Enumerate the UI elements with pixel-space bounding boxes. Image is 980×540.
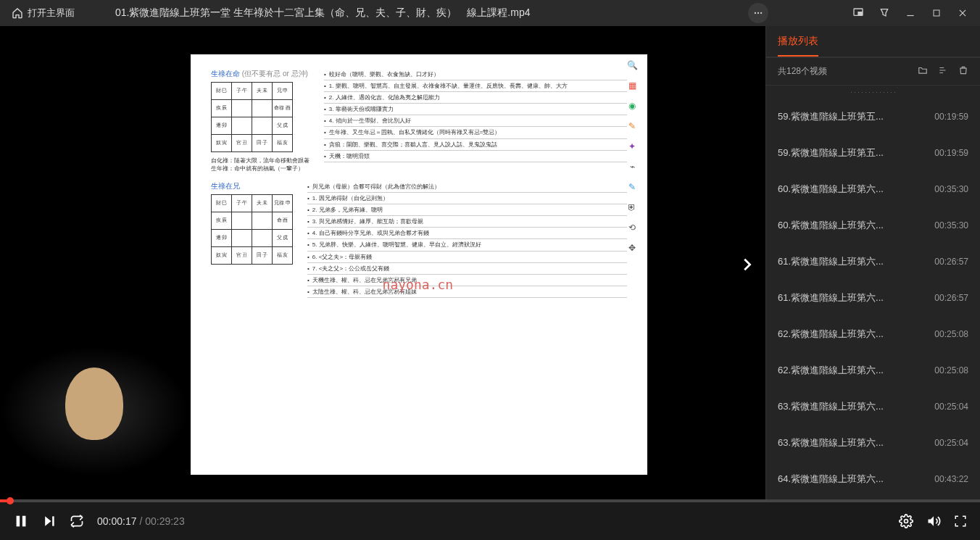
fullscreen-icon <box>954 515 967 528</box>
minimize-button[interactable] <box>899 3 922 23</box>
home-icon <box>12 7 23 19</box>
playlist-item-name: 59.紫微進階線上班第五... <box>778 146 884 159</box>
playlist-item-name: 60.紫微進階線上班第六... <box>778 219 884 232</box>
loop-icon <box>70 514 84 528</box>
playlist-subheader: 共128个视频 <box>766 58 980 86</box>
zoom-icon[interactable]: 🔍 <box>626 60 639 73</box>
slide-content: 生祿在命 (但不要有忌 or 忌沖) 財 巳子 午夫 未兄 申疾 辰命祿 酉遷 … <box>191 54 647 475</box>
playlist-item-duration: 00:26:57 <box>934 293 968 303</box>
svg-point-2 <box>760 12 762 14</box>
svg-rect-6 <box>934 10 939 16</box>
fullscreen-button[interactable] <box>954 515 967 528</box>
playlist-item[interactable]: 64.紫微進階線上班第六...00:43:22 <box>766 461 980 497</box>
svg-point-1 <box>757 12 759 14</box>
playlist-item[interactable]: 62.紫微進階線上班第六...00:25:08 <box>766 352 980 389</box>
pause-icon <box>13 513 29 529</box>
playlist-item[interactable]: 62.紫微進階線上班第六...00:25:08 <box>766 316 980 352</box>
playlist-item-name: 62.紫微進階線上班第六... <box>778 328 884 341</box>
playlist-item-name: 64.紫微進階線上班第六... <box>778 473 884 486</box>
notes-list-1: 較好命（聰明、樂觀、衣食無缺、口才好）1. 樂觀、聰明、智慧高、自主發展、衣祿食… <box>324 69 627 173</box>
ontop-button[interactable] <box>873 3 896 23</box>
playlist-item-duration: 00:25:08 <box>934 365 968 375</box>
tool-icon[interactable]: ⛨ <box>626 202 639 215</box>
svg-marker-14 <box>929 516 934 526</box>
next-track-button[interactable] <box>42 514 57 528</box>
tool-icon[interactable]: ◉ <box>626 101 639 114</box>
volume-button[interactable] <box>926 514 941 528</box>
playlist-item-duration: 00:25:04 <box>934 438 968 448</box>
playlist-item-duration: 00:43:22 <box>934 474 968 484</box>
playlist-item[interactable]: 61.紫微進階線上班第六...00:26:57 <box>766 280 980 316</box>
mini-mode-button[interactable] <box>847 3 870 23</box>
chart-table-1: 財 巳子 午夫 未兄 申疾 辰命祿 酉遷 卯父 戌奴 寅官 丑田 子福 亥 <box>211 82 293 152</box>
playlist-item-name: 60.紫微進階線上班第六... <box>778 183 884 196</box>
tool-icon[interactable]: ✦ <box>626 141 639 154</box>
pause-button[interactable] <box>13 513 29 529</box>
svg-rect-10 <box>22 516 26 527</box>
current-time: 00:00:17 <box>97 515 137 527</box>
maximize-button[interactable] <box>925 3 948 23</box>
playlist-item-name: 61.紫微進階線上班第六... <box>778 291 884 304</box>
playlist-item-duration: 00:35:30 <box>934 184 968 194</box>
svg-point-0 <box>755 12 756 14</box>
loop-button[interactable] <box>70 514 84 528</box>
tool-icon[interactable]: ✥ <box>626 243 639 256</box>
tool-icon[interactable]: ✎ <box>626 182 639 195</box>
settings-button[interactable] <box>899 514 913 528</box>
tool-icon[interactable]: ✎ <box>626 121 639 134</box>
playlist-item-duration: 00:19:59 <box>934 112 968 122</box>
maximize-icon <box>932 9 941 17</box>
tool-icon[interactable]: ⌁ <box>626 162 639 175</box>
playlist-header: 播放列表 <box>766 26 980 58</box>
total-time: 00:29:23 <box>145 515 185 527</box>
playlist-tab[interactable]: 播放列表 <box>778 35 818 57</box>
playlist-item-name: 61.紫微進階線上班第六... <box>778 255 884 268</box>
window-actions <box>847 3 974 23</box>
mini-icon <box>852 7 864 19</box>
notes-list-2: 與兄弟（母親）合夥可得財（此為借宮位的解法）1. 因兄弟得財（自化忌則無）2. … <box>307 181 627 299</box>
window-title: 01.紫微進階線上班第一堂 生年祿於十二宮上集（命、兄、夫、子、財、疾） 線上課… <box>86 7 742 20</box>
playlist-item-duration: 00:19:59 <box>934 148 968 158</box>
playlist-item-duration: 00:25:04 <box>934 402 968 412</box>
playlist-item[interactable]: 63.紫微進階線上班第六...00:25:04 <box>766 425 980 461</box>
volume-icon <box>926 514 941 528</box>
playlist-item[interactable]: 60.紫微進階線上班第六...00:35:30 <box>766 207 980 244</box>
playlist-items[interactable]: · · · · · · · · · · · · ·59.紫微進階線上班第五...… <box>766 86 980 502</box>
playlist-item-name: 63.紫微進階線上班第六... <box>778 400 884 413</box>
trash-icon[interactable] <box>958 65 968 78</box>
minimize-icon <box>905 8 915 18</box>
playlist-item[interactable]: 61.紫微進階線上班第六...00:26:57 <box>766 244 980 280</box>
main: 生祿在命 (但不要有忌 or 忌沖) 財 巳子 午夫 未兄 申疾 辰命祿 酉遷 … <box>0 26 980 502</box>
home-button[interactable]: 打开主界面 <box>6 4 80 22</box>
playlist-item-duration: 00:25:08 <box>934 329 968 339</box>
folder-icon[interactable] <box>918 65 928 78</box>
chart-table-2: 財 巳子 午夫 未兄祿 申疾 辰命 酉遷 卯父 戌奴 寅官 丑田 子福 亥 <box>211 194 293 265</box>
sort-icon[interactable] <box>938 65 948 78</box>
close-icon <box>958 8 968 18</box>
playlist-item-name: 63.紫微進階線上班第六... <box>778 436 884 449</box>
close-button[interactable] <box>951 3 974 23</box>
playlist-item[interactable]: 59.紫微進階線上班第五...00:19:59 <box>766 99 980 135</box>
more-button[interactable] <box>748 3 768 23</box>
svg-rect-9 <box>17 516 20 527</box>
playlist-item-name: 59.紫微進階線上班第五... <box>778 110 884 123</box>
time-display: 00:00:17 / 00:29:23 <box>97 515 185 527</box>
playlist-item[interactable]: 59.紫微進階線上班第五...00:19:59 <box>766 135 980 171</box>
playlist-item[interactable]: 63.紫微進階線上班第六...00:25:04 <box>766 389 980 425</box>
chevron-right-icon <box>739 257 755 273</box>
progress-bar[interactable] <box>0 499 980 502</box>
tool-icon[interactable]: ▦ <box>626 80 639 94</box>
tool-icon[interactable]: ⟲ <box>626 223 639 236</box>
svg-rect-12 <box>52 516 54 526</box>
playlist-item[interactable]: 60.紫微進階線上班第六...00:35:30 <box>766 171 980 207</box>
playlist-item-duration: 00:26:57 <box>934 257 968 267</box>
video-area[interactable]: 生祿在命 (但不要有忌 or 忌沖) 財 巳子 午夫 未兄 申疾 辰命祿 酉遷 … <box>0 26 765 502</box>
pin-icon <box>879 7 890 19</box>
playlist-item-name: 62.紫微進階線上班第六... <box>778 364 884 377</box>
next-button[interactable] <box>734 252 760 278</box>
svg-marker-11 <box>45 516 51 526</box>
playlist-count: 共128个视频 <box>778 65 827 78</box>
playlist-panel: 播放列表 共128个视频 · · · · · · · · · · · · ·59… <box>765 26 980 502</box>
titlebar: 打开主界面 01.紫微進階線上班第一堂 生年祿於十二宮上集（命、兄、夫、子、財、… <box>0 0 980 26</box>
playlist-item-duration: 00:35:30 <box>934 220 968 230</box>
